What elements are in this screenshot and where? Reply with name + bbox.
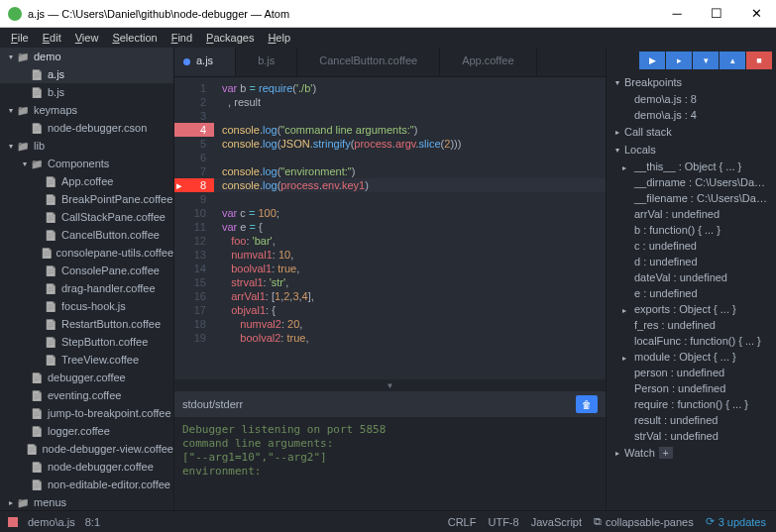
debug-item[interactable]: person : undefined <box>607 365 776 380</box>
debug-step-into-button[interactable]: ▾ <box>693 52 719 69</box>
tree-item-menus[interactable]: ▸menus <box>0 493 173 510</box>
tree-item-stepbutton-coffee[interactable]: StepButton.coffee <box>0 333 173 351</box>
line-number[interactable]: 12 <box>174 234 214 248</box>
tree-item-jump-to-breakpoint-coffee[interactable]: jump-to-breakpoint.coffee <box>0 404 173 422</box>
menu-file[interactable]: File <box>4 30 36 46</box>
line-number[interactable]: 13 <box>174 248 214 262</box>
tree-item-restartbutton-coffee[interactable]: RestartButton.coffee <box>0 315 173 333</box>
debug-item[interactable]: b : function() { ... } <box>607 222 776 238</box>
line-number[interactable]: 1 <box>174 81 214 95</box>
close-button[interactable]: ✕ <box>736 0 776 28</box>
line-number[interactable]: 5 <box>174 137 214 151</box>
debug-item[interactable]: result : undefined <box>607 412 776 428</box>
line-number[interactable]: 8 <box>174 178 214 192</box>
debug-item[interactable]: f_res : undefined <box>607 317 776 333</box>
tree-item-callstackpane-coffee[interactable]: CallStackPane.coffee <box>0 208 173 226</box>
code-line[interactable] <box>222 192 606 206</box>
tree-item-eventing-coffee[interactable]: eventing.coffee <box>0 386 173 404</box>
code-line[interactable]: var e = { <box>222 220 606 234</box>
debug-item[interactable]: d : undefined <box>607 254 776 269</box>
tab-cancelbutton-coffee[interactable]: CancelButton.coffee <box>297 48 440 76</box>
menu-packages[interactable]: Packages <box>199 30 261 46</box>
line-number[interactable]: 10 <box>174 206 214 220</box>
tree-item-non-editable-editor-coffee[interactable]: non-editable-editor.coffee <box>0 476 173 493</box>
add-watch-button[interactable]: + <box>659 447 673 459</box>
debug-item[interactable]: arrVal : undefined <box>607 206 776 222</box>
line-number[interactable]: 14 <box>174 262 214 275</box>
panel-resize-handle[interactable] <box>174 379 606 391</box>
tab-a-js[interactable]: a.js <box>174 48 236 76</box>
menu-view[interactable]: View <box>68 30 106 46</box>
code-line[interactable]: foo: 'bar', <box>222 234 606 248</box>
tree-item-node-debugger-cson[interactable]: node-debugger.cson <box>0 119 173 137</box>
debug-item[interactable]: c : undefined <box>607 238 776 254</box>
status-panes[interactable]: ⧉ collapsable-panes <box>594 515 694 528</box>
line-number[interactable]: 2 <box>174 95 214 109</box>
line-number[interactable]: 19 <box>174 331 214 345</box>
debug-step-out-button[interactable]: ▴ <box>720 52 745 69</box>
code-line[interactable]: var c = 100; <box>222 206 606 220</box>
status-encoding[interactable]: UTF-8 <box>488 516 518 528</box>
tree-item-drag-handler-coffee[interactable]: drag-handler.coffee <box>0 279 173 297</box>
debug-run-button[interactable]: ▶ <box>639 52 665 69</box>
tree-item-consolepane-utils-coffee[interactable]: consolepane-utils.coffee <box>0 244 173 262</box>
console-output[interactable]: Debugger listening on port 5858command l… <box>174 417 606 510</box>
section-locals[interactable]: ▾Locals <box>607 141 776 159</box>
debug-item[interactable]: require : function() { ... } <box>607 396 776 412</box>
tree-item-demo[interactable]: ▾demo <box>0 48 173 65</box>
debug-item[interactable]: ▸__this__ : Object { ... } <box>607 159 776 174</box>
tree-item-treeview-coffee[interactable]: TreeView.coffee <box>0 351 173 369</box>
tree-item-lib[interactable]: ▾lib <box>0 137 173 155</box>
code-line[interactable]: strval1: 'str', <box>222 275 606 289</box>
maximize-button[interactable]: ☐ <box>697 0 736 28</box>
tree-item-node-debugger-coffee[interactable]: node-debugger.coffee <box>0 458 173 476</box>
line-number[interactable]: 15 <box>174 275 214 289</box>
file-tree[interactable]: ▾demoa.jsb.js▾keymapsnode-debugger.cson▾… <box>0 48 174 510</box>
tree-item-app-coffee[interactable]: App.coffee <box>0 172 173 190</box>
code-line[interactable]: console.log("environment:") <box>222 164 606 178</box>
section-breakpoints[interactable]: ▾Breakpoints <box>607 73 776 91</box>
menu-selection[interactable]: Selection <box>105 30 164 46</box>
tab-b-js[interactable]: b.js <box>236 48 297 76</box>
tree-item-consolepane-coffee[interactable]: ConsolePane.coffee <box>0 262 173 279</box>
code-line[interactable]: , result <box>222 95 606 109</box>
status-cursor-pos[interactable]: 8:1 <box>85 516 100 528</box>
code-line[interactable]: var b = require('./b') <box>222 81 606 95</box>
debug-item[interactable]: Person : undefined <box>607 380 776 396</box>
line-number[interactable]: 11 <box>174 220 214 234</box>
line-number[interactable]: 16 <box>174 289 214 303</box>
debug-item[interactable]: localFunc : function() { ... } <box>607 333 776 349</box>
tree-item-b-js[interactable]: b.js <box>0 83 173 101</box>
line-number[interactable]: 18 <box>174 317 214 331</box>
tree-item-node-debugger-view-coffee[interactable]: node-debugger-view.coffee <box>0 440 173 458</box>
code-line[interactable]: numval1: 10, <box>222 248 606 262</box>
tree-item-a-js[interactable]: a.js <box>0 65 173 83</box>
tree-item-keymaps[interactable]: ▾keymaps <box>0 101 173 119</box>
debug-item[interactable]: e : undefined <box>607 285 776 301</box>
debug-item[interactable]: ▸module : Object { ... } <box>607 349 776 365</box>
debug-stop-button[interactable]: ■ <box>746 52 772 69</box>
line-number[interactable]: 17 <box>174 303 214 317</box>
gutter[interactable]: 12345678910111213141516171819 <box>174 77 214 379</box>
debug-item[interactable]: demo\a.js : 4 <box>607 107 776 123</box>
debug-item[interactable]: demo\a.js : 8 <box>607 91 776 107</box>
menu-edit[interactable]: Edit <box>36 30 68 46</box>
code-line[interactable] <box>222 109 606 123</box>
status-eol[interactable]: CRLF <box>448 516 477 528</box>
debug-item[interactable]: strVal : undefined <box>607 428 776 444</box>
line-number[interactable]: 7 <box>174 164 214 178</box>
menu-find[interactable]: Find <box>165 30 199 46</box>
status-file[interactable]: demo\a.js <box>28 516 75 528</box>
tree-item-logger-coffee[interactable]: logger.coffee <box>0 422 173 440</box>
tree-item-cancelbutton-coffee[interactable]: CancelButton.coffee <box>0 226 173 244</box>
section-watch[interactable]: ▸Watch+ <box>607 444 776 462</box>
tree-item-debugger-coffee[interactable]: debugger.coffee <box>0 369 173 386</box>
tree-item-breakpointpane-coffee[interactable]: BreakPointPane.coffee <box>0 190 173 208</box>
debug-item[interactable]: __dirname : C:\Users\Daniel\github\ <box>607 174 776 190</box>
code-body[interactable]: var b = require('./b') , resultconsole.l… <box>214 77 606 379</box>
tree-item-components[interactable]: ▾Components <box>0 155 173 172</box>
status-updates[interactable]: ⟳ 3 updates <box>706 515 766 528</box>
debug-item[interactable]: ▸exports : Object { ... } <box>607 301 776 317</box>
code-editor[interactable]: 12345678910111213141516171819 var b = re… <box>174 77 606 379</box>
line-number[interactable]: 6 <box>174 151 214 164</box>
